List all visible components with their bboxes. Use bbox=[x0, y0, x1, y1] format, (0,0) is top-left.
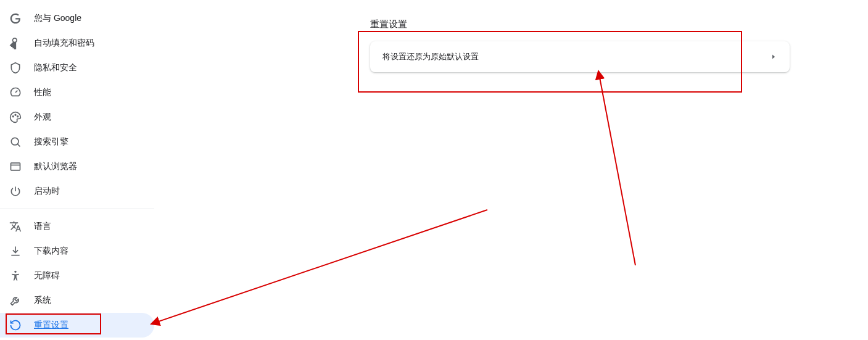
reset-settings-card[interactable]: 将设置还原为原始默认设置 bbox=[370, 41, 790, 72]
settings-sidebar: 您与 Google 自动填充和密码 隐私和安全 性能 外观 搜索引擎 bbox=[0, 6, 154, 338]
wrench-icon bbox=[9, 294, 22, 307]
sidebar-divider bbox=[0, 209, 154, 209]
sidebar-item-accessibility[interactable]: 无障碍 bbox=[0, 263, 154, 288]
power-icon bbox=[9, 185, 22, 197]
sidebar-item-privacy[interactable]: 隐私和安全 bbox=[0, 56, 154, 80]
sidebar-item-search-engine[interactable]: 搜索引擎 bbox=[0, 130, 154, 154]
sidebar-item-label: 启动时 bbox=[34, 186, 60, 197]
sidebar-item-label: 无障碍 bbox=[34, 270, 60, 281]
search-icon bbox=[9, 136, 22, 148]
sidebar-item-system[interactable]: 系统 bbox=[0, 288, 154, 313]
sidebar-item-appearance[interactable]: 外观 bbox=[0, 105, 154, 130]
sidebar-item-downloads[interactable]: 下载内容 bbox=[0, 239, 154, 263]
svg-rect-4 bbox=[11, 163, 20, 170]
annotation-arrow-to-card bbox=[598, 71, 635, 265]
svg-point-1 bbox=[15, 114, 16, 115]
browser-icon bbox=[9, 160, 22, 173]
palette-icon bbox=[9, 111, 22, 123]
sidebar-item-on-startup[interactable]: 启动时 bbox=[0, 179, 154, 204]
svg-point-0 bbox=[12, 116, 14, 117]
chevron-right-icon bbox=[770, 53, 777, 60]
sidebar-item-label: 系统 bbox=[34, 295, 51, 306]
key-icon bbox=[9, 37, 22, 49]
sidebar-item-you-and-google[interactable]: 您与 Google bbox=[0, 6, 154, 31]
download-icon bbox=[9, 245, 22, 257]
svg-point-3 bbox=[11, 138, 19, 145]
shield-icon bbox=[9, 62, 22, 74]
sidebar-item-label: 默认浏览器 bbox=[34, 161, 77, 172]
sidebar-item-label: 隐私和安全 bbox=[34, 62, 77, 73]
annotation-arrow-to-sidebar bbox=[151, 210, 487, 324]
sidebar-item-label: 外观 bbox=[34, 112, 51, 123]
sidebar-item-languages[interactable]: 语言 bbox=[0, 214, 154, 239]
sidebar-item-label: 语言 bbox=[34, 221, 51, 232]
sidebar-item-label: 搜索引擎 bbox=[34, 136, 68, 147]
speedometer-icon bbox=[9, 86, 22, 99]
reset-settings-label: 将设置还原为原始默认设置 bbox=[382, 51, 479, 62]
sidebar-item-label: 下载内容 bbox=[34, 246, 68, 257]
sidebar-item-performance[interactable]: 性能 bbox=[0, 80, 154, 105]
google-g-icon bbox=[9, 12, 22, 25]
sidebar-item-label: 重置设置 bbox=[34, 320, 68, 331]
translate-icon bbox=[9, 220, 22, 233]
svg-point-5 bbox=[14, 271, 16, 273]
sidebar-item-default-browser[interactable]: 默认浏览器 bbox=[0, 154, 154, 179]
section-title-reset: 重置设置 bbox=[370, 19, 790, 30]
sidebar-item-label: 性能 bbox=[34, 87, 51, 98]
accessibility-icon bbox=[9, 270, 22, 282]
svg-point-2 bbox=[17, 116, 19, 117]
reset-icon bbox=[9, 319, 22, 331]
sidebar-item-label: 您与 Google bbox=[34, 13, 81, 24]
main-content: 重置设置 将设置还原为原始默认设置 bbox=[370, 19, 790, 72]
sidebar-item-autofill[interactable]: 自动填充和密码 bbox=[0, 31, 154, 56]
sidebar-item-reset[interactable]: 重置设置 bbox=[0, 313, 154, 338]
sidebar-item-label: 自动填充和密码 bbox=[34, 38, 94, 49]
